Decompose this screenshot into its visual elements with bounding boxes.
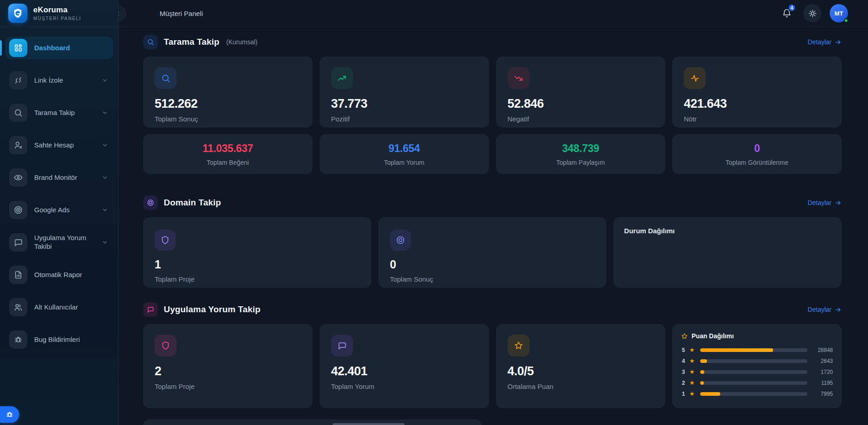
domain-status-chart-card: Durum Dağılımı [613,217,842,288]
star-icon: ★ [689,391,695,397]
horizontal-scrollbar-thumb[interactable] [333,423,405,425]
target-icon [390,230,411,251]
domain-stat-card-proje[interactable]: 1 Toplam Proje [143,217,371,288]
star-icon: ★ [689,369,695,375]
section-title: Tarama Takip [164,37,219,47]
dashboard-grid-icon [9,39,27,57]
chevron-down-icon[interactable] [102,207,108,213]
sidebar-item-sahte-hesap[interactable]: Sahte Hesap [5,134,113,156]
total-value: 11.035.637 [203,142,253,155]
rating-row-4: 4 ★ 2643 [681,356,833,367]
total-card-begeni[interactable]: 11.035.637 Toplam Beğeni [143,134,312,174]
search-icon [155,67,177,89]
rating-bar-fill [700,381,704,385]
rating-count: 7995 [813,391,833,397]
sidebar-item-google-ads[interactable]: Google Ads [5,199,113,221]
details-label: Detaylar [808,306,832,313]
stat-value: 1 [155,258,360,271]
domain-details-link[interactable]: Detaylar [808,199,842,206]
stat-card-negatif[interactable]: 52.846 Negatif [496,57,665,127]
eye-icon [9,168,27,187]
chevron-down-icon[interactable] [102,239,108,246]
sidebar-item-label: Brand Monitör [34,173,77,182]
sidebar-item-link-izole[interactable]: Link İzole [5,69,113,91]
stat-value: 4.0/5 [508,364,654,378]
stat-value: 42.401 [331,364,478,378]
rating-title: Puan Dağılımı [691,332,734,340]
trending-down-icon [508,67,530,89]
sidebar-item-alt-kullanicilar[interactable]: Alt Kullanıcılar [5,296,113,318]
rating-bar-track [700,370,807,374]
arrow-right-icon [835,306,842,313]
topbar: Müşteri Paneli 4 MT [119,0,868,27]
app-stat-card-proje[interactable]: 2 Toplam Proje [143,324,312,408]
bug-icon [9,331,27,349]
stat-label: Toplam Sonuç [390,275,595,283]
total-value: 0 [754,142,760,155]
trending-up-icon [331,67,353,89]
app-review-details-link[interactable]: Detaylar [808,306,842,313]
rating-row-2: 2 ★ 1195 [681,378,833,388]
star-icon: ★ [689,347,695,353]
sidebar-item-otomatik-rapor[interactable]: Otomatik Rapor [5,264,113,286]
total-label: Toplam Beğeni [207,159,249,166]
total-card-paylasim[interactable]: 348.739 Toplam Paylaşım [496,134,665,174]
scan-section-header: Tarama Takip (Kurumsal) Detaylar [143,35,842,49]
chevron-down-icon[interactable] [102,142,108,148]
section-title-suffix: (Kurumsal) [226,38,257,46]
users-icon [9,298,27,316]
rating-bar-fill [700,348,773,352]
scan-stats-row: 512.262 Toplam Sonuç 37.773 Pozitif 52.8… [143,57,842,127]
details-label: Detaylar [808,199,832,206]
scan-totals-row: 11.035.637 Toplam Beğeni 91.654 Toplam Y… [143,134,842,174]
star-icon: ★ [689,380,695,386]
total-value: 91.654 [389,142,420,155]
sidebar-item-label: Alt Kullanıcılar [34,303,78,312]
stat-value: 52.846 [508,97,654,111]
stat-label: Toplam Yorum [331,383,478,390]
bug-report-fab-button[interactable] [0,406,19,423]
details-label: Detaylar [808,38,832,46]
theme-toggle-button[interactable] [803,4,821,22]
rating-count: 1720 [813,369,833,375]
arrow-right-icon [835,39,842,46]
sidebar-item-bug-bildirimleri[interactable]: Bug Bildirimleri [5,329,113,351]
domain-stat-card-sonuc[interactable]: 0 Toplam Sonuç [379,217,607,288]
arrow-right-icon [835,199,842,206]
total-card-yorum[interactable]: 91.654 Toplam Yorum [320,134,489,174]
chevron-down-icon[interactable] [102,174,108,181]
rating-row-5: 5 ★ 28848 [681,345,833,356]
notifications-button[interactable]: 4 [779,5,795,21]
sidebar-item-label: Tarama Takip [34,109,75,117]
total-value: 348.739 [562,142,599,155]
chevron-down-icon[interactable] [102,110,108,116]
stat-value: 512.262 [155,97,301,111]
app-stat-card-puan[interactable]: 4.0/5 Ortalama Puan [496,324,665,408]
bug-icon [5,410,14,419]
sidebar-item-uygulama-yorum-takibi[interactable]: Uygulama Yorum Takibi [5,231,113,253]
stat-label: Toplam Proje [155,275,360,283]
total-label: Toplam Görüntülenme [726,159,789,166]
report-document-icon [9,266,27,284]
sidebar-item-label: Link İzole [34,76,63,85]
chevron-down-icon[interactable] [102,77,108,84]
stat-card-pozitif[interactable]: 37.773 Pozitif [320,57,489,127]
sidebar-item-brand-monitor[interactable]: Brand Monitör [5,167,113,189]
user-avatar[interactable]: MT [830,4,848,22]
search-icon [9,104,27,122]
sidebar-item-label: Sahte Hesap [34,141,74,150]
sidebar-item-label: Dashboard [34,44,70,52]
sidebar-item-dashboard[interactable]: Dashboard [5,37,113,59]
next-section-partial-card [143,420,482,425]
rating-stars-label: 3 [681,369,686,375]
rating-bar-fill [700,370,705,374]
total-card-goruntulenme[interactable]: 0 Toplam Görüntülenme [672,134,842,174]
star-icon: ★ [689,358,695,364]
stat-card-toplam-sonuc[interactable]: 512.262 Toplam Sonuç [143,57,312,127]
sidebar-item-tarama-takip[interactable]: Tarama Takip [5,102,113,124]
sidebar-item-label: Google Ads [34,206,70,215]
app-stat-card-yorum[interactable]: 42.401 Toplam Yorum [320,324,489,408]
stat-value: 37.773 [331,97,478,111]
stat-card-notr[interactable]: 421.643 Nötr [672,57,842,127]
scan-details-link[interactable]: Detaylar [808,38,842,46]
